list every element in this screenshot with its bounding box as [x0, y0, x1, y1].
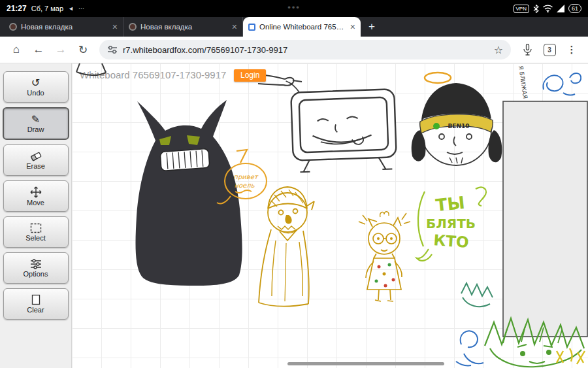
tab-favicon: [9, 23, 17, 31]
greeting-text-2: ноель: [234, 182, 254, 189]
menu-button[interactable]: ⋮: [562, 40, 581, 59]
move-arrows-icon: [30, 186, 42, 198]
greeting-bubble-doodle: привет ноель: [217, 150, 267, 204]
sliders-icon: [30, 259, 42, 269]
tool-sidebar: ↺ Undo ✎ Draw Erase Mov: [0, 63, 72, 368]
clock: 21:27: [7, 4, 27, 13]
blank-page-icon: [31, 294, 41, 305]
tab-close-icon[interactable]: ×: [350, 22, 355, 32]
login-button[interactable]: Login: [234, 69, 266, 82]
shout-text-2: БЛЯТЬ: [426, 216, 476, 231]
notification-dots-icon: ⋯: [78, 5, 84, 12]
yellow-corner-doodle: [557, 348, 585, 364]
hat-label-text: BEN10: [448, 123, 469, 129]
tab-favicon: [129, 23, 137, 31]
undo-button[interactable]: ↺ Undo: [3, 71, 69, 103]
beanie-guy-doodle: BEN10: [412, 73, 502, 165]
tab-favicon: [248, 24, 255, 31]
blue-scribble-top: [543, 73, 581, 95]
notification-triangle-icon: ◄: [68, 5, 74, 12]
move-button[interactable]: Move: [3, 180, 69, 212]
microphone-icon: [523, 44, 532, 56]
shout-bubble-doodle: ТЫ БЛЯТЬ КТО: [417, 188, 486, 261]
signal-icon: [557, 5, 564, 12]
yellow-creature-doodle: [359, 212, 410, 301]
site-settings-icon[interactable]: [107, 45, 118, 54]
home-button[interactable]: ⌂: [7, 40, 26, 59]
selection-rect-icon: [30, 223, 42, 233]
tab-label: Online Whiteboard 7656910: [259, 23, 346, 31]
shout-text-1: ТЫ: [434, 193, 466, 216]
board-title: Whiteboard 76569107-1730-9917: [80, 69, 226, 80]
greeting-text-1: привет: [233, 173, 258, 181]
bookmark-star-icon[interactable]: ☆: [494, 44, 503, 56]
tab-label: Новая вкладка: [140, 23, 228, 31]
yellow-person-doodle: [259, 187, 314, 307]
options-button[interactable]: Options: [3, 252, 69, 284]
kebab-icon: ⋮: [567, 44, 577, 56]
new-tab-button[interactable]: +: [368, 20, 375, 33]
select-button[interactable]: Select: [3, 216, 69, 248]
drawing-canvas[interactable]: Whiteboard 76569107-1730-9917 Login: [72, 63, 588, 368]
whiteboard-app: ↺ Undo ✎ Draw Erase Mov: [0, 63, 588, 368]
tab-count: 3: [544, 44, 556, 56]
tab-close-icon[interactable]: ×: [232, 22, 237, 32]
horizontal-scrollbar[interactable]: [287, 362, 444, 365]
shout-text-3: КТО: [433, 231, 470, 251]
tv-face-doodle: [286, 77, 397, 173]
tab-new-tab-2[interactable]: Новая вкладка ×: [123, 17, 243, 37]
tab-online-whiteboard[interactable]: Online Whiteboard 7656910 ×: [243, 17, 361, 37]
undo-icon: ↺: [31, 78, 40, 88]
green-character-doodle: [485, 318, 584, 367]
teal-scribble-doodle: [461, 283, 493, 307]
ink-layer: привет ноель BEN10: [72, 63, 588, 368]
forward-button[interactable]: →: [51, 40, 71, 59]
battery-indicator: 61: [568, 4, 581, 13]
vpn-badge: VPN: [514, 5, 529, 13]
url-bar[interactable]: r7.whiteboardfox.com/76569107-1730-9917 …: [99, 40, 511, 59]
wifi-icon: [543, 5, 553, 12]
screen: 21:27 Сб, 7 мар ◄ ⋯ ••• VPN 61 Новая вкл…: [0, 0, 588, 368]
corner-note-text: Я БЛИЖАЯ: [517, 65, 529, 99]
status-bar: 21:27 Сб, 7 мар ◄ ⋯ ••• VPN 61: [0, 0, 588, 17]
eraser-icon: [29, 151, 42, 161]
black-creature-doodle: [135, 100, 242, 286]
clear-button[interactable]: Clear: [3, 288, 69, 320]
tab-strip: Новая вкладка × Новая вкладка × Online W…: [0, 17, 588, 37]
refresh-button[interactable]: ↻: [73, 40, 93, 59]
erase-button[interactable]: Erase: [3, 144, 69, 176]
back-button[interactable]: ←: [29, 40, 48, 59]
browser-toolbar: ⌂ ← → ↻ r7.whiteboardfox.com/76569107-17…: [0, 37, 588, 63]
tab-new-tab-1[interactable]: Новая вкладка ×: [4, 17, 123, 37]
side-panel: [503, 101, 587, 337]
pencil-icon: ✎: [31, 114, 40, 125]
tab-close-icon[interactable]: ×: [112, 22, 118, 32]
tab-label: Новая вкладка: [21, 23, 108, 31]
blue-scribble-bottom: [456, 331, 483, 365]
tab-switcher-button[interactable]: 3: [540, 40, 559, 59]
draw-button[interactable]: ✎ Draw: [3, 107, 69, 140]
voice-search-button[interactable]: [517, 40, 537, 59]
url-text[interactable]: r7.whiteboardfox.com/76569107-1730-9917: [123, 45, 489, 55]
camera-cutout: •••: [287, 3, 301, 12]
date: Сб, 7 мар: [31, 5, 63, 12]
bluetooth-icon: [533, 5, 539, 13]
